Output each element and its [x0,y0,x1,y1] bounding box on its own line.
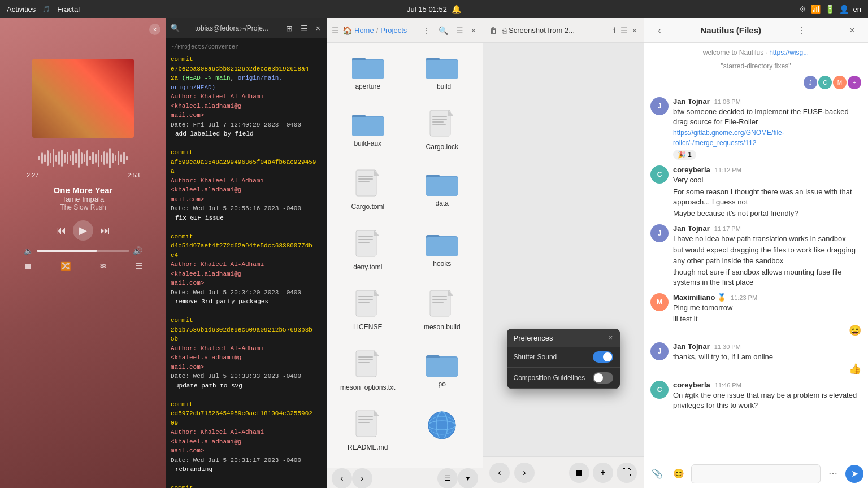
composition-guidelines-row: Composition Guidelines [507,368,620,389]
terminal-menu-button[interactable]: ⊞ [284,23,295,34]
chat-message: C coreyberla 11:46 PM On #gtk the one is… [650,381,861,411]
files-search-button[interactable]: 🔍 [436,25,450,36]
message-content: Jan Tojnar 11:30 PM thanks, will try to,… [673,342,861,374]
activities-label[interactable]: Activities [7,5,36,14]
svg-rect-44 [358,362,370,363]
document-icon [354,289,382,321]
message-sender: coreyberla [673,165,710,174]
volume-slider[interactable] [37,250,129,252]
files-sort-button[interactable]: ▼ [458,468,478,489]
breadcrumb-home[interactable]: Home [354,26,374,34]
screenshot-trash-button[interactable]: 🗑 [487,25,500,36]
message-link[interactable]: https://gitlab.gnome.org/GNOME/file-roll… [673,129,784,147]
files-back-button[interactable]: ‹ [332,468,352,489]
file-item[interactable]: Cargo.lock [407,106,478,162]
stop-button[interactable]: ⏹ [24,262,32,271]
file-item[interactable]: hooks [407,226,478,282]
topbar: Activities 🎵 Fractal Jul 15 01:52 🔔 ⚙ 📶 … [0,0,868,18]
screenshot-menu-button[interactable]: ☰ [618,25,630,36]
terminal-body[interactable]: ~/Projects/Converter commit e7be2ba308a6… [166,38,327,488]
message-content: Jan Tojnar 11:06 PM btw someone decided … [673,97,861,160]
screenshot-action1-button[interactable]: ⏹ [569,463,589,483]
files-options-button[interactable]: ⋮ [420,25,433,36]
svg-rect-8 [352,117,384,136]
equalizer-button[interactable]: ≋ [99,261,107,271]
svg-rect-52 [358,422,370,423]
message-sender: coreyberla [673,381,710,389]
screenshot-info-button[interactable]: ℹ [611,25,618,36]
message-reaction[interactable]: 🎉 1 [673,150,696,160]
screenshot-action2-button[interactable]: + [593,463,613,483]
file-item[interactable]: meson_options.txt [333,346,403,402]
file-name: Cargo.toml [351,203,384,211]
album-art [32,59,134,138]
next-button[interactable]: ⏭ [100,225,110,237]
message-content: Maximiliano 🏅 11:23 PM Ping me tomorrow … [673,293,861,337]
file-item[interactable]: LICENSE [333,286,403,342]
shuffle-button[interactable]: 🔀 [60,261,71,271]
emoji-button[interactable]: 😊 [670,465,688,483]
message-text: For some reason I thought there was an i… [673,187,861,207]
file-name: LICENSE [353,323,382,331]
file-name: hooks [433,260,451,268]
file-item[interactable]: aperture [333,49,403,101]
playlist-button[interactable]: ☰ [135,261,142,271]
more-options-button[interactable]: ⋯ [824,465,842,483]
user-icon[interactable]: 👤 [839,5,849,14]
file-name: README.md [348,443,388,451]
breadcrumb-projects[interactable]: Projects [380,26,407,34]
settings-icon[interactable]: ⚙ [799,5,806,14]
playback-controls: ⏮ ▶ ⏭ [56,220,110,241]
music-close-button[interactable]: × [149,24,160,35]
files-menu-button[interactable]: ☰ [454,25,466,36]
file-item[interactable] [407,406,478,462]
screenshot-copy-button[interactable]: ⎘ [500,25,509,36]
file-item[interactable]: README.md [333,406,403,462]
bell-icon[interactable]: 🔔 [452,5,461,14]
composition-guidelines-toggle[interactable] [593,372,613,384]
wifi-icon[interactable]: 📶 [811,5,821,14]
chat-back-button[interactable]: ‹ [650,21,669,40]
svg-rect-2 [352,60,384,79]
play-button[interactable]: ▶ [73,220,93,241]
shutter-sound-toggle[interactable] [593,351,613,363]
file-name: aperture [355,82,380,90]
terminal-options-button[interactable]: ☰ [298,23,310,34]
avatar: M [650,293,669,311]
prefs-close-button[interactable]: × [608,333,613,342]
files-close-button[interactable]: × [469,25,478,36]
avatar: M [833,76,847,89]
screenshot-next-button[interactable]: › [514,463,535,483]
home-icon: 🏠 [342,26,352,35]
attach-button[interactable]: 📎 [648,465,666,483]
screenshot-fullscreen-button[interactable]: ⛶ [617,463,637,483]
file-item[interactable]: data [407,165,478,221]
chat-input[interactable] [691,464,821,483]
send-button[interactable]: ➤ [845,465,863,483]
volume-high-icon: 🔊 [133,246,142,255]
screenshot-prev-button[interactable]: ‹ [489,463,510,483]
welcome-link[interactable]: https://wisg... [769,49,809,56]
terminal-close-button[interactable]: × [314,23,323,34]
screenshot-close-button[interactable]: × [630,25,639,36]
screenshot-title: Screenshot from 2... [509,26,611,34]
file-item[interactable]: po [407,346,478,402]
file-item[interactable]: build-aux [333,106,403,162]
file-item[interactable]: Cargo.toml [333,165,403,221]
document-icon [354,229,382,261]
sidebar-toggle-icon[interactable]: ☰ [332,26,339,35]
file-item[interactable]: meson.build [407,286,478,342]
search-icon[interactable]: 🔍 [171,24,180,32]
svg-rect-31 [356,290,376,316]
chat-close-button[interactable]: × [843,21,861,40]
svg-rect-16 [358,176,373,177]
file-item[interactable]: deny.toml [333,226,403,282]
file-item[interactable]: _build [407,49,478,101]
svg-rect-34 [358,302,370,303]
track-artist: Tame Impala [62,195,104,203]
files-forward-button[interactable]: › [352,468,372,489]
message-text: I have no idea how path translation work… [673,234,861,244]
chat-options-button[interactable]: ⋮ [793,21,811,40]
files-list-view-button[interactable]: ☰ [437,468,458,489]
prev-button[interactable]: ⏮ [56,225,66,237]
